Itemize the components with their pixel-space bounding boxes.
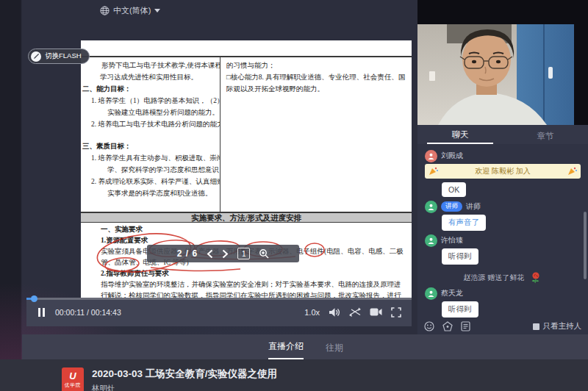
chat-message: 刘殿成 xyxy=(425,150,581,162)
chat-message: 讲师 讲师 xyxy=(425,201,581,212)
bottom-tab-bar: 直播介绍 往期 xyxy=(22,334,588,359)
chat-tab-bar: 聊天 章节 xyxy=(417,125,588,144)
pen-icon xyxy=(31,51,41,62)
doc-heading: 二、能力目标： xyxy=(82,83,220,95)
document-left-column: 形势下电工与电子技术教学,使得本课程 学习达成先进性和实用性目标。 二、能力目标… xyxy=(81,57,220,212)
right-panel: 聊天 章节 刘殿成 欢迎 陈毅彬 加入 xyxy=(417,0,588,327)
prev-page-button[interactable] xyxy=(207,249,213,259)
page-indicator: 2 / 6 xyxy=(177,248,198,259)
document-two-columns: 形势下电工与电子技术教学,使得本课程 学习达成先进性和实用性目标。 二、能力目标… xyxy=(81,56,412,212)
welcome-banner: 欢迎 陈毅彬 加入 xyxy=(425,164,581,179)
playback-speed-button[interactable]: 1.0x xyxy=(304,308,320,317)
ulearning-logo: U 优学院 xyxy=(62,367,84,391)
line-switch-icon[interactable] xyxy=(349,307,361,318)
confetti-icon xyxy=(429,166,438,176)
chat-message: 蔡天龙 xyxy=(425,287,581,299)
volume-icon[interactable] xyxy=(329,307,340,318)
user-avatar xyxy=(425,234,437,247)
chat-bubble: 有声音了 xyxy=(442,215,486,231)
logo-text: 优学院 xyxy=(65,382,82,389)
globe-icon xyxy=(100,6,110,15)
user-avatar xyxy=(425,287,437,300)
welcome-banner-text: 欢迎 陈毅彬 加入 xyxy=(475,166,531,176)
user-avatar xyxy=(425,201,437,213)
doc-paragraph: 指导维护实验室的环境整洁，并确保实验室的安全准则；对于实验基本要求、电路的连接及… xyxy=(101,279,406,299)
chat-bubble: 听得到 xyxy=(442,248,478,265)
chat-panel: 聊天 章节 刘殿成 欢迎 陈毅彬 加入 xyxy=(417,125,588,360)
live-classroom-app: 中文(简体) 形势下电工与电子技术教学,使得本课程 学习达成先进性和实用性目标。… xyxy=(0,0,588,391)
chat-scrollbar[interactable] xyxy=(584,212,587,279)
notes-icon[interactable] xyxy=(461,321,470,331)
doc-line: 2. 养成理论联系实际、科学严谨、认真细致、 xyxy=(91,176,220,187)
doc-line: 实事求是的科学态度和职业道德。 xyxy=(107,187,220,199)
doc-line: 学、探究科学的学习态度和思想意识； xyxy=(107,164,220,176)
zoom-in-icon[interactable] xyxy=(259,248,269,259)
section-header-bar: 实施要求、方法/形式及进度安排 xyxy=(81,212,412,223)
language-selector[interactable]: 中文(简体) xyxy=(100,5,160,16)
flower-gift-notice: 赵浩源 赠送了鲜花 xyxy=(425,271,581,284)
doc-heading: 一、实施要求 xyxy=(101,224,406,235)
lecture-title: 2020-03-03 工场安全教育/实验仪器之使用 xyxy=(92,367,277,381)
presenter-video xyxy=(417,24,574,125)
progress-knob[interactable] xyxy=(31,295,37,302)
chat-bubble: OK xyxy=(442,182,466,197)
doc-line: 2. 培养电工与电子技术电路分析问题的能力. xyxy=(91,118,220,130)
chat-bubble: 听得到 xyxy=(442,301,478,318)
chat-username: 蔡天龙 xyxy=(441,288,463,298)
webcam-frame xyxy=(417,24,574,125)
flash-toggle-button[interactable]: 切换FLASH xyxy=(28,49,90,64)
lecturer-badge: 讲师 xyxy=(441,201,462,212)
webcam-video xyxy=(417,0,588,125)
doc-line: □核心能力8. 具有理解职业道德、专业伦理、社会责任、国际观以及开拓全球视野的能… xyxy=(226,71,407,95)
document-right-column: 的习惯与能力； □核心能力8. 具有理解职业道德、专业伦理、社会责任、国际观以及… xyxy=(220,57,412,212)
chat-username: 许怡臻 xyxy=(441,235,463,245)
chevron-down-icon xyxy=(154,9,160,12)
emoji-icon[interactable] xyxy=(424,321,434,331)
logo-glyph: U xyxy=(69,371,76,381)
playback-time: 00:00:11 / 00:14:43 xyxy=(55,308,121,317)
chat-message: 许怡臻 xyxy=(425,234,581,246)
confetti-icon xyxy=(567,166,577,176)
user-avatar xyxy=(425,150,437,162)
rose-flower-icon xyxy=(529,271,542,284)
page-input[interactable] xyxy=(237,248,250,259)
page-navigation-overlay: 2 / 6 xyxy=(147,245,299,262)
tab-past-sessions[interactable]: 往期 xyxy=(326,342,343,359)
doc-line: 1. 培养学生具有主动参与、积极进取、崇尚科 xyxy=(91,152,220,164)
chat-username: 讲师 xyxy=(466,201,481,212)
tab-live-intro[interactable]: 直播介绍 xyxy=(268,340,304,359)
lecture-instructor: 林明灶 xyxy=(92,384,277,391)
next-page-button[interactable] xyxy=(222,249,229,259)
doc-heading: 2.指导教师责任与要求 xyxy=(101,268,406,279)
only-host-checkbox[interactable] xyxy=(533,323,539,330)
chat-username: 刘殿成 xyxy=(441,151,463,161)
only-host-label: 只看主持人 xyxy=(543,321,582,331)
doc-line: 1. 培养学生（1）电路学的基本知识，（2） xyxy=(91,95,220,107)
video-info: U 优学院 2020-03-03 工场安全教育/实验仪器之使用 林明灶 xyxy=(62,367,277,391)
tab-chapters[interactable]: 章节 xyxy=(503,125,588,144)
doc-line: 的习惯与能力； xyxy=(226,60,407,71)
pause-button[interactable] xyxy=(37,306,46,318)
document-slide: 形势下电工与电子技术教学,使得本课程 学习达成先进性和实用性目标。 二、能力目标… xyxy=(81,40,412,299)
doc-line: 形势下电工与电子技术教学,使得本课程 xyxy=(101,60,220,71)
camera-icon[interactable] xyxy=(370,307,382,317)
tab-chat[interactable]: 聊天 xyxy=(417,125,503,144)
flash-toggle-label: 切换FLASH xyxy=(45,51,82,61)
chat-message-list: 刘殿成 欢迎 陈毅彬 加入 OK 讲师 xyxy=(417,144,588,318)
flower-notice-text: 赵浩源 赠送了鲜花 xyxy=(464,273,525,283)
doc-heading: 三、素质目标： xyxy=(82,140,220,152)
gift-icon[interactable] xyxy=(442,321,453,331)
language-label: 中文(简体) xyxy=(113,5,151,16)
progress-bar[interactable] xyxy=(26,298,412,300)
doc-line: 学习达成先进性和实用性目标。 xyxy=(100,71,220,83)
fullscreen-icon[interactable] xyxy=(391,307,401,318)
doc-line: 实验建立电路模型分析问题的能力。 xyxy=(107,107,220,118)
player-controls: 00:00:11 / 00:14:43 1.0x xyxy=(26,298,412,326)
